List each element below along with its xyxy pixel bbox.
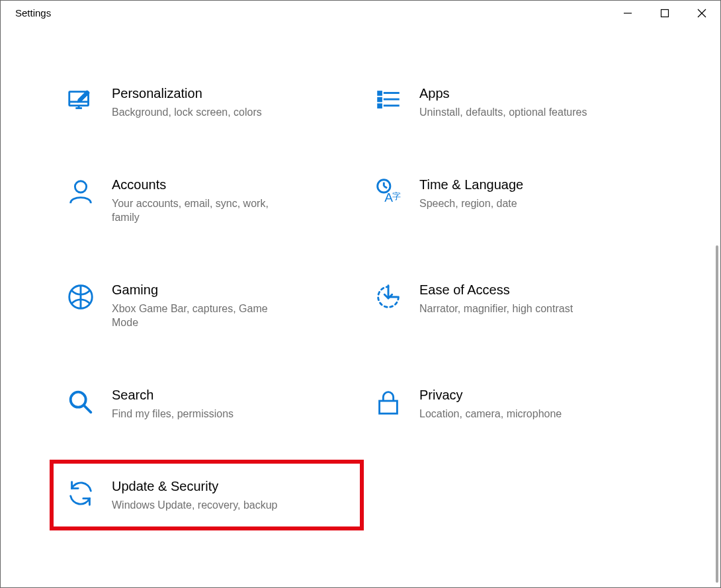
maximize-button[interactable] [646, 1, 683, 26]
tile-title: Privacy [419, 387, 591, 403]
tile-desc: Xbox Game Bar, captures, Game Mode [112, 302, 284, 330]
tile-desc: Your accounts, email, sync, work, family [112, 196, 284, 225]
tile-title: Apps [419, 85, 591, 101]
svg-rect-10 [378, 105, 382, 108]
tile-desc: Narrator, magnifier, high contrast [419, 302, 591, 316]
tile-title: Search [112, 387, 284, 403]
privacy-icon [373, 387, 403, 417]
minimize-button[interactable] [609, 1, 646, 26]
tile-desc: Background, lock screen, colors [112, 105, 284, 120]
svg-rect-26 [380, 401, 398, 413]
tile-desc: Windows Update, recovery, backup [112, 498, 284, 513]
tile-title: Update & Security [112, 478, 284, 494]
settings-grid: Personalization Background, lock screen,… [63, 80, 658, 517]
tile-title: Time & Language [419, 177, 591, 192]
settings-content: Personalization Background, lock screen,… [1, 80, 720, 587]
personalization-icon [65, 85, 96, 116]
tile-desc: Find my files, permissions [112, 407, 284, 421]
tile-search[interactable]: Search Find my files, permissions [63, 382, 351, 427]
tile-title: Personalization [112, 85, 284, 101]
window-title: Settings [1, 1, 51, 19]
tile-desc: Speech, region, date [419, 196, 591, 211]
tile-ease-of-access[interactable]: Ease of Access Narrator, magnifier, high… [370, 276, 658, 335]
titlebar: Settings [1, 1, 720, 27]
svg-line-25 [84, 405, 91, 413]
svg-line-17 [384, 186, 387, 188]
tile-title: Accounts [112, 177, 284, 192]
time-language-icon: A 字 [373, 177, 403, 207]
accounts-icon [65, 177, 96, 207]
tile-time-language[interactable]: A 字 Time & Language Speech, region, date [370, 171, 658, 230]
svg-rect-8 [378, 92, 382, 95]
tile-gaming[interactable]: Gaming Xbox Game Bar, captures, Game Mod… [63, 276, 351, 335]
tile-title: Ease of Access [419, 282, 591, 298]
tile-apps[interactable]: Apps Uninstall, defaults, optional featu… [370, 80, 658, 125]
tile-title: Gaming [112, 282, 284, 298]
tile-personalization[interactable]: Personalization Background, lock screen,… [63, 80, 351, 125]
svg-rect-1 [661, 10, 669, 17]
tile-desc: Uninstall, defaults, optional features [419, 105, 591, 120]
svg-text:字: 字 [392, 191, 401, 201]
scrollbar-thumb[interactable] [716, 245, 718, 583]
close-button[interactable] [683, 1, 720, 26]
tile-update-security[interactable]: Update & Security Windows Update, recove… [63, 473, 351, 518]
settings-window: Settings [0, 0, 721, 588]
tile-accounts[interactable]: Accounts Your accounts, email, sync, wor… [63, 171, 351, 230]
tile-privacy[interactable]: Privacy Location, camera, microphone [370, 382, 658, 427]
ease-of-access-icon [373, 282, 403, 312]
search-icon [65, 387, 96, 417]
update-security-icon [65, 478, 96, 509]
apps-icon [373, 85, 403, 116]
tile-desc: Location, camera, microphone [419, 407, 591, 421]
gaming-icon [65, 282, 96, 312]
svg-point-14 [75, 181, 86, 192]
svg-rect-9 [378, 98, 382, 101]
window-controls [609, 1, 720, 26]
